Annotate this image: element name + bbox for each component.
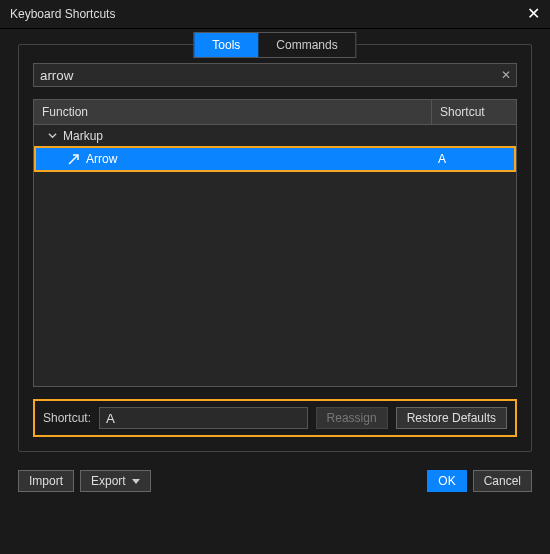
reassign-button[interactable]: Reassign	[316, 407, 388, 429]
svg-line-0	[69, 156, 77, 164]
arrow-icon	[66, 152, 80, 166]
tab-strip: Tools Commands	[193, 32, 356, 58]
group-label: Markup	[63, 129, 103, 143]
shortcut-input[interactable]	[99, 407, 308, 429]
shortcut-label: Shortcut:	[43, 411, 91, 425]
col-function[interactable]: Function	[34, 100, 432, 124]
footer-left: Import Export	[18, 470, 151, 492]
window-title: Keyboard Shortcuts	[10, 7, 115, 21]
import-button[interactable]: Import	[18, 470, 74, 492]
ok-button[interactable]: OK	[427, 470, 466, 492]
shortcut-editor: Shortcut: Reassign Restore Defaults	[33, 399, 517, 437]
shortcuts-table: Function Shortcut Markup Arrow	[33, 99, 517, 387]
col-shortcut[interactable]: Shortcut	[432, 100, 516, 124]
close-icon[interactable]: ✕	[527, 6, 540, 22]
export-button[interactable]: Export	[80, 470, 151, 492]
table-body: Markup Arrow A	[34, 125, 516, 386]
titlebar: Keyboard Shortcuts ✕	[0, 0, 550, 29]
cell-function: Arrow	[36, 152, 430, 166]
table-row-arrow[interactable]: Arrow A	[36, 148, 514, 170]
group-row-markup[interactable]: Markup	[34, 125, 516, 147]
export-label: Export	[91, 474, 126, 488]
cancel-button[interactable]: Cancel	[473, 470, 532, 492]
restore-defaults-button[interactable]: Restore Defaults	[396, 407, 507, 429]
cell-shortcut: A	[430, 152, 514, 166]
tab-tools[interactable]: Tools	[194, 33, 258, 57]
dialog-content: Tools Commands ✕ Function Shortcut Marku…	[0, 29, 550, 462]
search-wrap: ✕	[33, 63, 517, 87]
main-panel: Tools Commands ✕ Function Shortcut Marku…	[18, 44, 532, 452]
search-input[interactable]	[33, 63, 517, 87]
chevron-down-icon	[132, 479, 140, 484]
tab-commands[interactable]: Commands	[258, 33, 355, 57]
dialog-footer: Import Export OK Cancel	[0, 462, 550, 500]
item-name: Arrow	[86, 152, 117, 166]
footer-right: OK Cancel	[427, 470, 532, 492]
table-header: Function Shortcut	[34, 100, 516, 125]
clear-search-icon[interactable]: ✕	[501, 68, 511, 82]
chevron-down-icon	[48, 129, 57, 143]
